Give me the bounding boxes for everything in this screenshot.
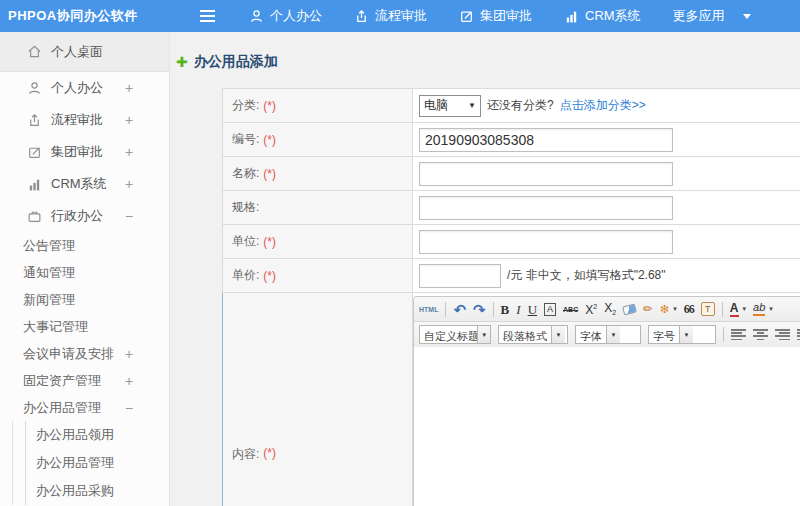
sidebar-item-news-mgmt[interactable]: 新闻管理 bbox=[0, 286, 169, 313]
sidebar-item-notice-mgmt[interactable]: 通知管理 bbox=[0, 259, 169, 286]
sidebar-item-admin-office[interactable]: 行政办公 − bbox=[0, 200, 169, 232]
expand-plus-icon[interactable]: + bbox=[125, 112, 149, 128]
blockquote-icon[interactable]: 66 bbox=[684, 303, 694, 315]
auto-typeset-icon[interactable] bbox=[660, 303, 669, 315]
edit-icon bbox=[459, 9, 474, 24]
font-family-dropdown[interactable]: 字体 bbox=[575, 325, 641, 344]
price-input[interactable] bbox=[419, 264, 501, 288]
main-content: 办公用品添加 分类: (*) 电脑 还没有分类? 点击添加分类>> bbox=[170, 32, 800, 506]
sidebar-item-meeting-mgmt[interactable]: 会议申请及安排+ bbox=[0, 340, 169, 367]
form-row-spec: 规格: bbox=[222, 191, 800, 225]
sidebar: 个人桌面 个人办公 + 流程审批 + 集团审批 + CRM系统 + 行政办公 − bbox=[0, 32, 170, 506]
rich-text-editor: HTML B I U A ABC X2 X2 bbox=[413, 296, 800, 506]
category-select[interactable]: 电脑 bbox=[419, 95, 481, 117]
redo-icon[interactable] bbox=[473, 302, 486, 317]
html-source-button[interactable]: HTML bbox=[419, 306, 438, 313]
caret-down-icon[interactable] bbox=[743, 305, 747, 313]
required-mark: (*) bbox=[263, 133, 276, 147]
editor-content-area[interactable] bbox=[414, 347, 800, 506]
nav-personal-office[interactable]: 个人办公 bbox=[249, 7, 322, 25]
user-icon bbox=[27, 81, 42, 96]
font-color-button[interactable]: A bbox=[730, 302, 739, 317]
align-right-icon[interactable] bbox=[775, 329, 790, 340]
char-border-button[interactable]: A bbox=[544, 303, 556, 316]
sidebar-item-announcement-mgmt[interactable]: 公告管理 bbox=[0, 232, 169, 259]
italic-button[interactable]: I bbox=[516, 303, 520, 316]
custom-title-dropdown[interactable]: 自定义标题 bbox=[419, 325, 491, 344]
sidebar-item-memorabilia-mgmt[interactable]: 大事记管理 bbox=[0, 313, 169, 340]
sidebar-item-supplies-requisition[interactable]: 办公用品领用 bbox=[26, 421, 169, 449]
bold-button[interactable]: B bbox=[501, 303, 510, 316]
paste-plain-icon[interactable]: T bbox=[701, 302, 715, 316]
briefcase-icon bbox=[27, 209, 42, 224]
unit-input[interactable] bbox=[419, 230, 673, 254]
collapse-minus-icon[interactable]: − bbox=[125, 208, 149, 224]
sidebar-item-label: 流程审批 bbox=[51, 111, 103, 129]
font-size-dropdown[interactable]: 字号 bbox=[648, 325, 716, 344]
field-label: 分类: bbox=[232, 97, 259, 114]
expand-plus-icon[interactable]: + bbox=[125, 373, 149, 389]
expand-plus-icon[interactable]: + bbox=[125, 80, 149, 96]
form-row-category: 分类: (*) 电脑 还没有分类? 点击添加分类>> bbox=[222, 89, 800, 123]
sidebar-item-desktop[interactable]: 个人桌面 bbox=[0, 32, 169, 72]
required-mark: (*) bbox=[263, 167, 276, 181]
highlight-color-button[interactable]: ab bbox=[753, 302, 765, 316]
workflow-icon bbox=[27, 113, 42, 128]
page-title-text: 办公用品添加 bbox=[194, 53, 278, 71]
app-logo[interactable]: PHPOA协同办公软件 bbox=[8, 7, 168, 25]
required-mark: (*) bbox=[263, 269, 276, 283]
top-navbar: PHPOA协同办公软件 个人办公 流程审批 集团审批 CRM系统 更多应用 bbox=[0, 0, 800, 32]
category-hint: 还没有分类? bbox=[487, 97, 554, 114]
code-input[interactable] bbox=[419, 128, 673, 152]
underline-button[interactable]: U bbox=[528, 303, 537, 316]
align-left-icon[interactable] bbox=[731, 329, 746, 340]
strikethrough-button[interactable]: ABC bbox=[563, 306, 578, 313]
nav-label: CRM系统 bbox=[585, 7, 641, 25]
add-category-link[interactable]: 点击添加分类>> bbox=[560, 97, 646, 114]
hamburger-menu-icon[interactable] bbox=[200, 10, 215, 22]
nav-more-apps[interactable]: 更多应用 bbox=[673, 7, 725, 25]
undo-icon[interactable] bbox=[453, 302, 466, 317]
collapse-minus-icon[interactable]: − bbox=[125, 400, 149, 416]
field-label: 名称: bbox=[232, 165, 259, 182]
dropdown-caret-icon bbox=[477, 326, 490, 343]
paragraph-format-dropdown[interactable]: 段落格式 bbox=[498, 325, 568, 344]
sidebar-item-supplies-purchase[interactable]: 办公用品采购 bbox=[26, 477, 169, 505]
sidebar-item-label: 固定资产管理 bbox=[23, 372, 101, 390]
nav-group-approval[interactable]: 集团审批 bbox=[459, 7, 532, 25]
required-mark: (*) bbox=[263, 99, 276, 113]
subscript-button[interactable]: X2 bbox=[604, 302, 616, 316]
sidebar-item-group-approval[interactable]: 集团审批 + bbox=[0, 136, 169, 168]
field-label: 编号: bbox=[232, 131, 259, 148]
nav-workflow-approval[interactable]: 流程审批 bbox=[354, 7, 427, 25]
sidebar-item-supplies-management[interactable]: 办公用品管理 bbox=[26, 449, 169, 477]
sidebar-item-label: 办公用品管理 bbox=[23, 399, 101, 417]
sidebar-item-workflow-approval[interactable]: 流程审批 + bbox=[0, 104, 169, 136]
align-center-icon[interactable] bbox=[753, 329, 768, 340]
nav-crm-system[interactable]: CRM系统 bbox=[564, 7, 641, 25]
sidebar-item-label: 公告管理 bbox=[23, 237, 75, 255]
required-mark: (*) bbox=[263, 446, 276, 460]
superscript-button[interactable]: X2 bbox=[585, 303, 597, 316]
name-input[interactable] bbox=[419, 162, 673, 186]
field-label: 内容: bbox=[232, 446, 259, 463]
office-supplies-submenu: 办公用品领用 办公用品管理 办公用品采购 bbox=[12, 421, 169, 505]
sidebar-item-personal-office[interactable]: 个人办公 + bbox=[0, 72, 169, 104]
expand-plus-icon[interactable]: + bbox=[125, 346, 149, 362]
spec-input[interactable] bbox=[419, 196, 673, 220]
sidebar-item-label: 大事记管理 bbox=[23, 318, 88, 336]
expand-plus-icon[interactable]: + bbox=[125, 144, 149, 160]
dropdown-caret-icon bbox=[551, 326, 565, 343]
expand-plus-icon[interactable]: + bbox=[125, 176, 149, 192]
eraser-icon[interactable] bbox=[622, 303, 637, 315]
form-row-content: 内容: (*) HTML B I U bbox=[222, 293, 800, 506]
sidebar-item-label: 个人桌面 bbox=[51, 43, 103, 61]
caret-down-icon[interactable] bbox=[769, 305, 773, 313]
user-icon bbox=[249, 9, 264, 24]
sidebar-item-office-supplies-mgmt[interactable]: 办公用品管理− bbox=[0, 394, 169, 421]
caret-down-icon[interactable] bbox=[743, 14, 751, 19]
sidebar-item-crm-system[interactable]: CRM系统 + bbox=[0, 168, 169, 200]
format-brush-icon[interactable] bbox=[643, 303, 653, 315]
sidebar-item-fixed-assets-mgmt[interactable]: 固定资产管理+ bbox=[0, 367, 169, 394]
caret-down-icon[interactable] bbox=[673, 305, 677, 313]
